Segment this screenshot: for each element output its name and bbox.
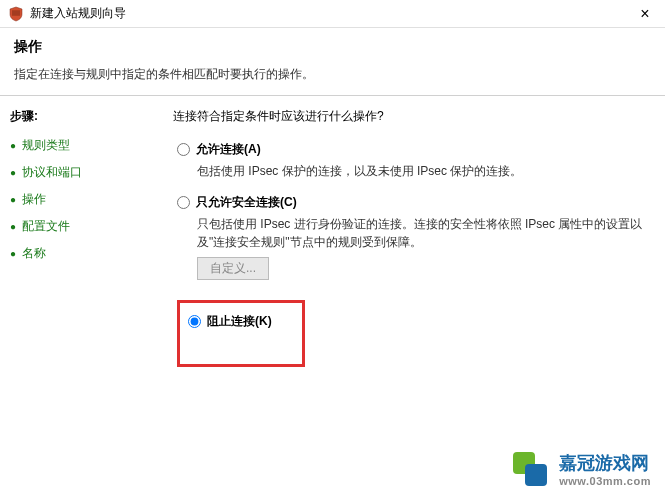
sidebar-item-profile[interactable]: ● 配置文件 — [10, 218, 155, 235]
sidebar-item-action[interactable]: ● 操作 — [10, 191, 155, 208]
custom-button: 自定义... — [197, 257, 269, 280]
option-block-connection: 阻止连接(K) — [188, 313, 272, 330]
watermark-text: 嘉冠游戏网 — [559, 451, 649, 475]
bullet-icon: ● — [10, 167, 16, 178]
highlight-box: 阻止连接(K) — [177, 300, 305, 367]
steps-label: 步骤: — [10, 108, 155, 125]
radio-allow[interactable] — [177, 143, 190, 156]
wizard-content: 连接符合指定条件时应该进行什么操作? 允许连接(A) 包括使用 IPsec 保护… — [165, 96, 665, 500]
svg-rect-0 — [12, 10, 20, 16]
page-title: 操作 — [14, 38, 651, 56]
sidebar-item-label: 名称 — [22, 245, 46, 262]
watermark-url: www.03mm.com — [559, 475, 651, 487]
action-question: 连接符合指定条件时应该进行什么操作? — [173, 108, 649, 125]
window-title: 新建入站规则向导 — [30, 5, 633, 22]
wizard-header: 操作 指定在连接与规则中指定的条件相匹配时要执行的操作。 — [0, 28, 665, 96]
radio-allow-secure[interactable] — [177, 196, 190, 209]
option-allow-label: 允许连接(A) — [196, 141, 261, 158]
bullet-icon: ● — [10, 194, 16, 205]
option-block-label: 阻止连接(K) — [207, 313, 272, 330]
bullet-icon: ● — [10, 248, 16, 259]
watermark: 嘉冠游戏网 www.03mm.com — [501, 444, 659, 494]
sidebar-item-label: 规则类型 — [22, 137, 70, 154]
option-allow-head[interactable]: 允许连接(A) — [177, 141, 649, 158]
sidebar-item-rule-type[interactable]: ● 规则类型 — [10, 137, 155, 154]
option-allow-secure-label: 只允许安全连接(C) — [196, 194, 297, 211]
option-allow-secure-connection: 只允许安全连接(C) 只包括使用 IPsec 进行身份验证的连接。连接的安全性将… — [177, 194, 649, 280]
watermark-logo-icon — [509, 448, 551, 490]
sidebar-item-name[interactable]: ● 名称 — [10, 245, 155, 262]
option-block-head[interactable]: 阻止连接(K) — [188, 313, 272, 330]
option-allow-secure-head[interactable]: 只允许安全连接(C) — [177, 194, 649, 211]
option-allow-connection: 允许连接(A) 包括使用 IPsec 保护的连接，以及未使用 IPsec 保护的… — [177, 141, 649, 180]
option-allow-secure-desc: 只包括使用 IPsec 进行身份验证的连接。连接的安全性将依照 IPsec 属性… — [197, 215, 649, 251]
firewall-icon — [8, 6, 24, 22]
titlebar: 新建入站规则向导 × — [0, 0, 665, 28]
sidebar-item-label: 协议和端口 — [22, 164, 82, 181]
sidebar-item-protocol-ports[interactable]: ● 协议和端口 — [10, 164, 155, 181]
option-allow-desc: 包括使用 IPsec 保护的连接，以及未使用 IPsec 保护的连接。 — [197, 162, 649, 180]
sidebar-item-label: 操作 — [22, 191, 46, 208]
bullet-icon: ● — [10, 140, 16, 151]
bullet-icon: ● — [10, 221, 16, 232]
radio-block[interactable] — [188, 315, 201, 328]
page-subtitle: 指定在连接与规则中指定的条件相匹配时要执行的操作。 — [14, 66, 651, 83]
sidebar-item-label: 配置文件 — [22, 218, 70, 235]
wizard-sidebar: 步骤: ● 规则类型 ● 协议和端口 ● 操作 ● 配置文件 ● 名称 — [0, 96, 165, 500]
close-button[interactable]: × — [633, 5, 657, 23]
